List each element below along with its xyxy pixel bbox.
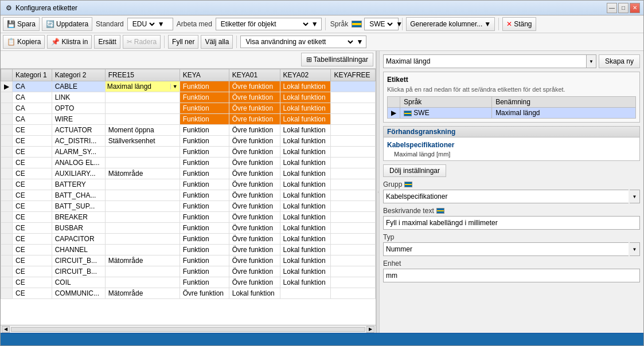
cell-free15[interactable]: Mätområde: [105, 168, 179, 179]
cell-free15[interactable]: Mätområde: [105, 288, 179, 299]
cell-keyafree[interactable]: [331, 125, 376, 136]
cell-k1[interactable]: CE: [13, 212, 52, 223]
cell-keya[interactable]: Funktion: [179, 234, 229, 245]
minimize-button[interactable]: —: [607, 3, 617, 13]
cell-keya[interactable]: Funktion: [179, 277, 229, 288]
cell-keyafree[interactable]: [331, 168, 376, 179]
cell-keyafree[interactable]: [331, 223, 376, 234]
cell-k2[interactable]: CAPACITOR: [52, 234, 105, 245]
cell-keya[interactable]: Funktion: [179, 201, 229, 212]
cell-k1[interactable]: CE: [13, 158, 52, 168]
cell-keyafree[interactable]: [331, 114, 376, 125]
cell-keyafree[interactable]: [331, 212, 376, 223]
cell-keya[interactable]: Funktion: [179, 103, 229, 114]
table-row[interactable]: CE ACTUATOR Moment öppna Funktion Övre f…: [1, 125, 376, 136]
valj-alla-button[interactable]: Välj alla: [201, 35, 233, 49]
ersatt-button[interactable]: Ersätt: [94, 35, 120, 49]
cell-keyafree[interactable]: [331, 288, 376, 299]
close-button[interactable]: ✕: [630, 3, 640, 13]
table-row[interactable]: CE ANALOG EL... Funktion Övre funktion L…: [1, 158, 376, 168]
cell-keya02[interactable]: Lokal funktion: [280, 147, 331, 158]
cell-keya01[interactable]: Övre funktion: [229, 277, 280, 288]
cell-keya[interactable]: Funktion: [179, 81, 229, 92]
cell-keya[interactable]: Funktion: [179, 245, 229, 255]
cell-k2[interactable]: ANALOG EL...: [52, 158, 105, 168]
table-row[interactable]: CE ALARM_SY... Funktion Övre funktion Lo…: [1, 147, 376, 158]
table-row[interactable]: CA LINK Funktion Övre funktion Lokal fun…: [1, 92, 376, 103]
cell-k2[interactable]: ACTUATOR: [52, 125, 105, 136]
cell-keya01[interactable]: Övre funktion: [229, 245, 280, 255]
cell-free15[interactable]: [105, 277, 179, 288]
cell-k1[interactable]: CE: [13, 255, 52, 266]
sprak-combo[interactable]: SWE ▼: [364, 18, 399, 30]
cell-keya[interactable]: Funktion: [179, 136, 229, 147]
cell-keya02[interactable]: Lokal funktion: [280, 125, 331, 136]
cell-keya01[interactable]: Övre funktion: [229, 81, 280, 92]
cell-keya[interactable]: Funktion: [179, 212, 229, 223]
cell-keya[interactable]: Funktion: [179, 223, 229, 234]
cell-keya01[interactable]: Övre funktion: [229, 255, 280, 266]
cell-keyafree[interactable]: [331, 136, 376, 147]
save-button[interactable]: 💾 Spara: [3, 17, 40, 31]
cell-keya01[interactable]: Övre funktion: [229, 147, 280, 158]
cell-keyafree[interactable]: [331, 234, 376, 245]
cell-keya01[interactable]: Övre funktion: [229, 114, 280, 125]
table-row[interactable]: CE CIRCUIT_B... Funktion Övre funktion L…: [1, 266, 376, 277]
table-row[interactable]: CE AUXILIARY... Mätområde Funktion Övre …: [1, 168, 376, 179]
cell-keya02[interactable]: Lokal funktion: [280, 190, 331, 201]
cell-k2[interactable]: CHANNEL: [52, 245, 105, 255]
cell-k1[interactable]: CE: [13, 190, 52, 201]
cell-keyafree[interactable]: [331, 103, 376, 114]
cell-free15[interactable]: [105, 92, 179, 103]
cell-keya01[interactable]: Övre funktion: [229, 234, 280, 245]
etikett-cell-sprak[interactable]: SWE: [400, 108, 492, 119]
cell-k1[interactable]: CE: [13, 288, 52, 299]
cell-k1[interactable]: CE: [13, 266, 52, 277]
cell-keyafree[interactable]: [331, 266, 376, 277]
cell-k2[interactable]: BATT_CHA...: [52, 190, 105, 201]
cell-k1[interactable]: CE: [13, 125, 52, 136]
genererade-button[interactable]: Genererade kolumner... ▼: [406, 17, 495, 31]
cell-k2[interactable]: AUXILIARY...: [52, 168, 105, 179]
table-row[interactable]: CA OPTO Funktion Övre funktion Lokal fun…: [1, 103, 376, 114]
cell-free15[interactable]: Mätområde: [105, 255, 179, 266]
dolj-installningar-button[interactable]: Dölj inställningar: [383, 164, 446, 177]
cell-k2[interactable]: BREAKER: [52, 212, 105, 223]
cell-k1[interactable]: CE: [13, 245, 52, 255]
cell-k2[interactable]: CIRCUIT_B...: [52, 266, 105, 277]
beskrivande-input[interactable]: [383, 216, 640, 230]
cell-free15[interactable]: [105, 266, 179, 277]
cell-keya01[interactable]: Övre funktion: [229, 223, 280, 234]
sprak-select[interactable]: SWE: [367, 19, 395, 29]
cell-keya02[interactable]: Lokal funktion: [280, 136, 331, 147]
cell-k1[interactable]: CE: [13, 136, 52, 147]
cell-dropdown-btn[interactable]: ▼: [170, 84, 179, 89]
typ-dropdown-btn[interactable]: ▼: [630, 242, 640, 256]
cell-free15[interactable]: [105, 103, 179, 114]
cell-free15[interactable]: [105, 212, 179, 223]
table-row[interactable]: CE CHANNEL Funktion Övre funktion Lokal …: [1, 245, 376, 255]
table-row[interactable]: ▶ CA CABLE Maximal längd ▼ Funktion Övre…: [1, 81, 376, 92]
cell-k1[interactable]: CE: [13, 223, 52, 234]
cell-k2[interactable]: AC_DISTRI...: [52, 136, 105, 147]
cell-keya[interactable]: Funktion: [179, 255, 229, 266]
cell-k2[interactable]: BUSBAR: [52, 223, 105, 234]
cell-keya01[interactable]: Lokal funktion: [229, 288, 280, 299]
cell-keya[interactable]: Funktion: [179, 114, 229, 125]
cell-k1[interactable]: CE: [13, 277, 52, 288]
etikett-cell-benamning[interactable]: Maximal längd: [492, 108, 636, 119]
cell-k2[interactable]: CABLE: [52, 81, 105, 92]
stang-button[interactable]: ✕ Stäng: [502, 17, 536, 31]
cell-keya01[interactable]: Övre funktion: [229, 201, 280, 212]
cell-free15[interactable]: [105, 179, 179, 190]
cell-keya02[interactable]: Lokal funktion: [280, 255, 331, 266]
cell-keya01[interactable]: Övre funktion: [229, 125, 280, 136]
arbeta-combo[interactable]: Etiketter för objekt ▼: [216, 18, 322, 30]
cell-keya02[interactable]: Lokal funktion: [280, 103, 331, 114]
cell-free15[interactable]: [105, 223, 179, 234]
cell-keya02[interactable]: Lokal funktion: [280, 245, 331, 255]
cell-k2[interactable]: CIRCUIT_B...: [52, 255, 105, 266]
cell-k1[interactable]: CA: [13, 81, 52, 92]
standard-select[interactable]: EDU: [130, 19, 157, 29]
cell-keya01[interactable]: Övre funktion: [229, 190, 280, 201]
